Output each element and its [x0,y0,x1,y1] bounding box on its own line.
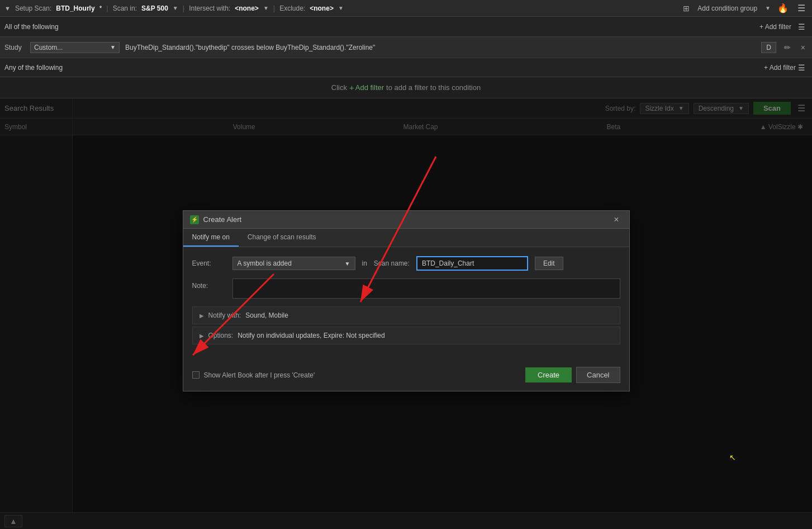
modal-body: Event: A symbol is added ▼ in Scan name:… [183,247,629,360]
condition-group-icon: ⊞ [683,4,690,13]
scan-name-label: Scan name: [374,259,410,267]
create-alert-button[interactable]: Create [525,367,572,382]
modal-title-bar: ⚡ Create Alert × [183,211,629,229]
modal-close-button[interactable]: × [610,214,622,226]
scan-in-arrow: ▼ [173,5,178,11]
note-row: Note: [192,278,620,299]
study-label: Study [4,44,25,51]
condition1-menu-icon[interactable]: ☰ [796,21,808,32]
study-d-badge: D [761,42,776,53]
intersect-label: Intersect with: [189,4,230,12]
show-alert-book-checkbox[interactable] [192,371,200,379]
modal-footer: Show Alert Book after I press 'Create' C… [183,360,629,391]
exclude-value[interactable]: <none> [310,4,334,12]
top-bar-separator3: | [273,4,275,12]
options-chevron: ▶ [200,333,204,339]
modal-icon: ⚡ [190,215,199,224]
notify-with-label: Notify with: [208,311,241,319]
scan-in-label: Scan in: [113,4,137,12]
top-bar-separator1: | [106,4,108,12]
study-select-dropdown[interactable]: Custom... ▼ [30,42,120,53]
show-alert-book-label: Show Alert Book after I press 'Create' [204,371,315,379]
notify-with-value: Sound, Mobile [245,311,288,319]
condition1-label: All of the following [4,23,59,31]
study-close-button[interactable]: × [799,42,808,53]
condition2-row: Any of the following + Add filter ☰ [0,58,812,77]
intersect-value[interactable]: <none> [235,4,259,12]
tab-change-of-scan-results[interactable]: Change of scan results [239,229,325,247]
flame-icon[interactable]: 🔥 [775,2,791,15]
add-condition-group-button[interactable]: Add condition group [694,3,761,13]
options-value: Notify on individual updates, Expire: No… [238,332,384,339]
notify-chevron: ▶ [200,313,204,319]
tab-notify-me-on[interactable]: Notify me on [183,229,239,247]
note-input[interactable] [232,278,620,299]
show-alert-book-row: Show Alert Book after I press 'Create' [192,369,315,381]
scan-name-input[interactable] [416,256,528,271]
condition1-row: All of the following + Add filter ☰ [0,17,812,37]
notify-with-row[interactable]: ▶ Notify with: Sound, Mobile [192,306,620,324]
scan-name: BTD_Hourly [56,4,94,12]
event-label: Event: [192,259,226,267]
exclude-arrow: ▼ [338,5,344,11]
intersect-arrow: ▼ [263,5,269,11]
create-alert-modal: ⚡ Create Alert × Notify me on Change of … [183,210,630,391]
exclude-label: Exclude: [279,4,305,12]
modal-overlay: ⚡ Create Alert × Notify me on Change of … [0,98,812,529]
add-filter-button-1[interactable]: + Add filter [759,23,791,31]
study-row: Study Custom... ▼ BuyTheDip_Standard()."… [0,37,812,58]
add-filter-button-2[interactable]: + Add filter [764,64,796,72]
top-bar-separator2: | [183,4,184,12]
options-label: Options: [208,332,234,339]
add-condition-group-arrow: ▼ [765,5,771,11]
study-select-arrow: ▼ [110,44,116,50]
note-label: Note: [192,278,226,290]
study-description: BuyTheDip_Standard()."buythedip" crosses… [125,44,756,51]
modal-tabs: Notify me on Change of scan results [183,229,629,247]
study-edit-button[interactable]: ✏ [782,42,793,53]
top-bar-right: ⊞ Add condition group ▼ 🔥 ☰ [683,2,808,15]
scan-name-modified: * [99,4,102,12]
event-select-arrow: ▼ [345,261,350,267]
click-text-before: Click [331,83,347,92]
event-select-dropdown[interactable]: A symbol is added ▼ [232,257,355,270]
modal-title: Create Alert [203,215,242,224]
cancel-alert-button[interactable]: Cancel [576,367,620,383]
click-add-filter-row: Click + Add filter to add a filter to th… [0,77,812,98]
add-filter-link[interactable]: Add filter [355,83,384,92]
options-row[interactable]: ▶ Options: Notify on individual updates,… [192,327,620,344]
event-row: Event: A symbol is added ▼ in Scan name:… [192,256,620,271]
menu-icon[interactable]: ☰ [795,2,808,15]
condition2-menu-icon[interactable]: ☰ [796,62,808,73]
edit-scan-button[interactable]: Edit [535,257,563,270]
click-text-after: to add a filter to this condition [386,83,481,92]
content-area: Search Results Symbol Sorted by: Sizzle … [0,98,812,529]
condition2-label: Any of the following [4,64,63,72]
in-label: in [362,259,367,267]
setup-scan-icon: ▼ [4,5,11,12]
top-toolbar: ▼ Setup Scan: BTD_Hourly * | Scan in: S&… [0,0,812,17]
plus-icon: + [349,83,354,92]
setup-scan-label: Setup Scan: [15,4,51,12]
scan-in-value[interactable]: S&P 500 [141,4,168,12]
